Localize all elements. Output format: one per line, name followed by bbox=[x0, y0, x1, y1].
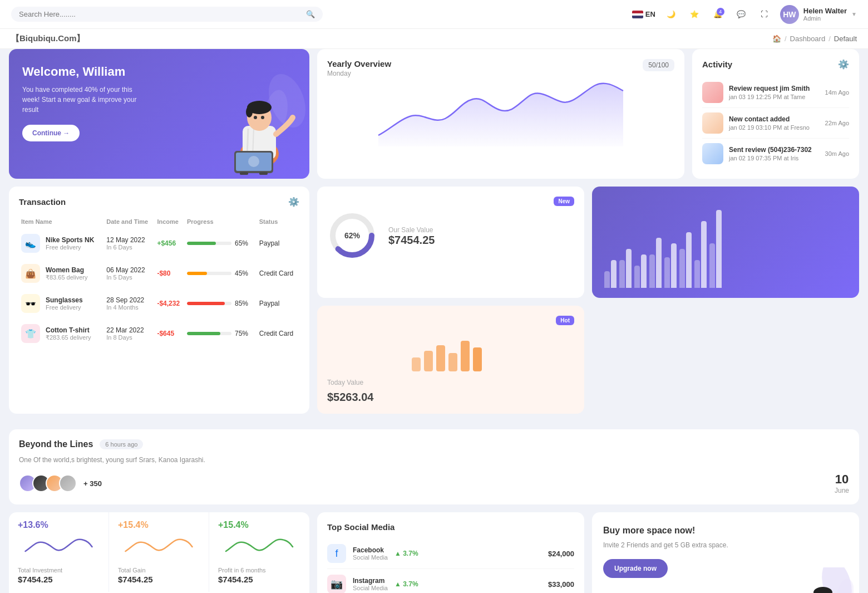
item-period: In 4 Months bbox=[106, 304, 152, 311]
social-logo: 📷 bbox=[327, 575, 346, 593]
date-cell: 22 Mar 2022 In 8 Days bbox=[104, 318, 155, 349]
nav-actions: EN 🌙 ⭐ 🔔 4 💬 ⛶ HW Helen Walter Admin ▼ bbox=[632, 5, 857, 24]
table-row: 👜 Women Bag ₹83.65 delivery 06 May 2022 … bbox=[19, 258, 299, 288]
item-date: 22 Mar 2022 bbox=[106, 326, 152, 334]
activity-desc: jan 02 19 07:35 PM at Iris bbox=[729, 155, 820, 161]
item-name: Cotton T-shirt bbox=[46, 326, 91, 334]
social-amount: $33,000 bbox=[548, 580, 574, 589]
svg-point-13 bbox=[248, 156, 259, 167]
status-cell: Credit Card bbox=[257, 258, 299, 288]
bar-group bbox=[634, 254, 647, 288]
activity-time: 14m Ago bbox=[825, 89, 849, 96]
progress-fill bbox=[187, 302, 225, 305]
item-cell: 👜 Women Bag ₹83.65 delivery bbox=[19, 258, 104, 288]
status-cell: Credit Card bbox=[257, 318, 299, 349]
svg-rect-23 bbox=[461, 341, 470, 371]
beyond-row: Beyond the Lines 6 hours ago One Of the … bbox=[0, 429, 868, 504]
transaction-title: Transaction bbox=[19, 197, 66, 207]
row-1: Welcome, William You have completed 40% … bbox=[0, 49, 868, 179]
hot-value: $5263.04 bbox=[327, 391, 574, 404]
stat-value: $7454.25 bbox=[118, 575, 200, 584]
social-type: Social Media bbox=[353, 585, 388, 591]
yearly-badge: 50/100 bbox=[643, 59, 674, 71]
yearly-info: Yearly Overview Monday bbox=[327, 59, 391, 77]
yearly-header: Yearly Overview Monday 50/100 bbox=[327, 59, 674, 77]
dark-mode-toggle[interactable]: 🌙 bbox=[663, 7, 679, 22]
svg-rect-24 bbox=[473, 347, 482, 371]
beyond-desc: One Of the world,s brightest, young surf… bbox=[19, 455, 849, 465]
beyond-section bbox=[0, 414, 868, 422]
language-selector[interactable]: EN bbox=[632, 10, 655, 18]
continue-button[interactable]: Continue → bbox=[22, 125, 80, 141]
progress-fill bbox=[187, 332, 220, 335]
social-info: Facebook Social Media bbox=[353, 546, 388, 561]
activity-text: New contact added jan 02 19 03:10 PM at … bbox=[729, 115, 820, 131]
item-sub: ₹83.65 delivery bbox=[46, 274, 88, 281]
social-amount: $24,000 bbox=[548, 550, 574, 558]
col-date: Date and Time bbox=[104, 215, 155, 228]
upgrade-button[interactable]: Upgrade now bbox=[603, 559, 668, 578]
stat-percent: +13.6% bbox=[18, 520, 100, 530]
stat-label: Total Gain bbox=[118, 567, 200, 574]
breadcrumb-dashboard[interactable]: Dashboard bbox=[790, 35, 826, 43]
sale-new-card: New 62% Our Sale Value $7454.25 bbox=[317, 187, 584, 298]
date-month: June bbox=[835, 487, 849, 494]
item-cell: 👟 Nike Sports NK Free delivery bbox=[19, 228, 104, 258]
home-icon[interactable]: 🏠 bbox=[772, 35, 781, 43]
social-media-title: Top Social Media bbox=[327, 522, 574, 532]
col-status: Status bbox=[257, 215, 299, 228]
date-cell: 06 May 2022 In 5 Days bbox=[104, 258, 155, 288]
item-info: Nike Sports NK Free delivery bbox=[46, 236, 94, 251]
date-cell: 12 May 2022 In 6 Days bbox=[104, 228, 155, 258]
item-icon: 👟 bbox=[21, 234, 40, 253]
activity-list: Review request jim Smith jan 03 19 12:25… bbox=[702, 77, 849, 169]
table-row: 👕 Cotton T-shirt ₹283.65 delivery 22 Mar… bbox=[19, 318, 299, 349]
social-list: f Facebook Social Media ▲ 3.7% $24,000 📷… bbox=[327, 538, 574, 593]
notification-button[interactable]: 🔔 4 bbox=[710, 7, 726, 22]
search-input[interactable] bbox=[19, 10, 302, 18]
income-cell: -$80 bbox=[155, 258, 185, 288]
activity-settings-icon[interactable]: ⚙️ bbox=[838, 59, 849, 70]
mini-stat-item: +13.6% Total Investment $7454.25 bbox=[9, 512, 109, 592]
stat-label: Total Investment bbox=[18, 567, 100, 574]
bar-chart-card bbox=[592, 187, 859, 298]
activity-name: New contact added bbox=[729, 115, 820, 123]
beyond-bottom: + 350 10 June bbox=[19, 472, 849, 494]
search-bar[interactable]: 🔍 bbox=[11, 7, 323, 22]
activity-item: Sent review (504)236-7302 jan 02 19 07:3… bbox=[702, 139, 849, 169]
hot-badge: Hot bbox=[556, 316, 574, 325]
sale-value: $7454.25 bbox=[388, 234, 435, 247]
stat-label: Profit in 6 months bbox=[218, 567, 300, 574]
progress-label: 65% bbox=[235, 239, 248, 247]
activity-name: Review request jim Smith bbox=[729, 85, 820, 92]
progress-fill bbox=[187, 242, 216, 245]
user-profile[interactable]: HW Helen Walter Admin ▼ bbox=[780, 5, 857, 24]
star-button[interactable]: ⭐ bbox=[687, 7, 702, 22]
status-cell: Paypal bbox=[257, 228, 299, 258]
item-info: Women Bag ₹83.65 delivery bbox=[46, 266, 88, 281]
buy-space-card: Buy more space now! Invite 2 Friends and… bbox=[592, 512, 859, 593]
mini-stat-item: +15.4% Profit in 6 months $7454.25 bbox=[209, 512, 309, 592]
item-period: In 6 Days bbox=[106, 244, 152, 251]
activity-header: Activity ⚙️ bbox=[702, 59, 849, 70]
welcome-card: Welcome, William You have completed 40% … bbox=[9, 49, 309, 179]
expand-button[interactable]: ⛶ bbox=[757, 7, 772, 22]
bars-container bbox=[602, 199, 849, 288]
bar-group bbox=[679, 232, 692, 288]
activity-thumb bbox=[702, 143, 723, 164]
mini-wave-chart bbox=[18, 535, 100, 562]
avatar: HW bbox=[780, 5, 799, 24]
hot-label: Today Value bbox=[327, 379, 574, 386]
mini-wave-chart bbox=[218, 535, 300, 562]
social-logo: f bbox=[327, 544, 346, 563]
flag-icon bbox=[632, 11, 643, 18]
breadcrumb-current: Default bbox=[834, 35, 857, 43]
stat-percent: +15.4% bbox=[118, 520, 200, 530]
yearly-subtitle: Monday bbox=[327, 70, 391, 77]
transaction-settings-icon[interactable]: ⚙️ bbox=[288, 197, 299, 207]
activity-thumb bbox=[702, 112, 723, 134]
activity-text: Review request jim Smith jan 03 19 12:25… bbox=[729, 85, 820, 100]
message-button[interactable]: 💬 bbox=[733, 7, 749, 22]
item-sub: ₹283.65 delivery bbox=[46, 334, 91, 341]
activity-item: New contact added jan 02 19 03:10 PM at … bbox=[702, 108, 849, 139]
